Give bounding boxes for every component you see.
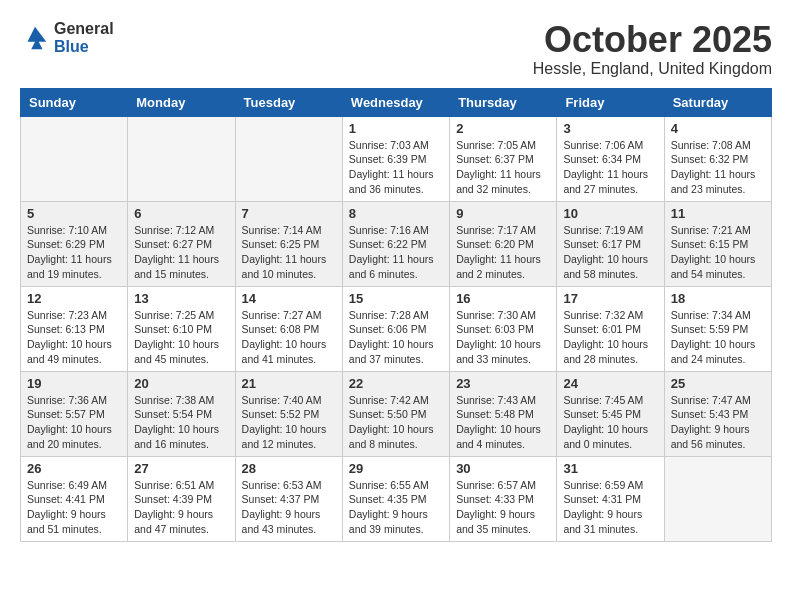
day-number: 30 bbox=[456, 461, 550, 476]
calendar-day: 16Sunrise: 7:30 AM Sunset: 6:03 PM Dayli… bbox=[450, 286, 557, 371]
calendar-day bbox=[235, 116, 342, 201]
calendar-day: 7Sunrise: 7:14 AM Sunset: 6:25 PM Daylig… bbox=[235, 201, 342, 286]
day-info: Sunrise: 7:42 AM Sunset: 5:50 PM Dayligh… bbox=[349, 393, 443, 452]
day-info: Sunrise: 7:17 AM Sunset: 6:20 PM Dayligh… bbox=[456, 223, 550, 282]
calendar-header-saturday: Saturday bbox=[664, 88, 771, 116]
calendar-day: 25Sunrise: 7:47 AM Sunset: 5:43 PM Dayli… bbox=[664, 371, 771, 456]
day-info: Sunrise: 6:57 AM Sunset: 4:33 PM Dayligh… bbox=[456, 478, 550, 537]
day-number: 3 bbox=[563, 121, 657, 136]
calendar-week-4: 19Sunrise: 7:36 AM Sunset: 5:57 PM Dayli… bbox=[21, 371, 772, 456]
day-number: 24 bbox=[563, 376, 657, 391]
day-info: Sunrise: 7:40 AM Sunset: 5:52 PM Dayligh… bbox=[242, 393, 336, 452]
day-info: Sunrise: 7:16 AM Sunset: 6:22 PM Dayligh… bbox=[349, 223, 443, 282]
calendar-body: 1Sunrise: 7:03 AM Sunset: 6:39 PM Daylig… bbox=[21, 116, 772, 541]
day-info: Sunrise: 7:25 AM Sunset: 6:10 PM Dayligh… bbox=[134, 308, 228, 367]
day-info: Sunrise: 7:36 AM Sunset: 5:57 PM Dayligh… bbox=[27, 393, 121, 452]
day-number: 20 bbox=[134, 376, 228, 391]
calendar-day: 27Sunrise: 6:51 AM Sunset: 4:39 PM Dayli… bbox=[128, 456, 235, 541]
day-number: 1 bbox=[349, 121, 443, 136]
calendar-header-friday: Friday bbox=[557, 88, 664, 116]
calendar-day bbox=[664, 456, 771, 541]
title-area: October 2025 Hessle, England, United Kin… bbox=[533, 20, 772, 78]
day-number: 14 bbox=[242, 291, 336, 306]
day-number: 7 bbox=[242, 206, 336, 221]
calendar-day: 21Sunrise: 7:40 AM Sunset: 5:52 PM Dayli… bbox=[235, 371, 342, 456]
calendar-day: 15Sunrise: 7:28 AM Sunset: 6:06 PM Dayli… bbox=[342, 286, 449, 371]
day-info: Sunrise: 7:43 AM Sunset: 5:48 PM Dayligh… bbox=[456, 393, 550, 452]
logo: General Blue bbox=[20, 20, 114, 55]
calendar-day: 23Sunrise: 7:43 AM Sunset: 5:48 PM Dayli… bbox=[450, 371, 557, 456]
day-info: Sunrise: 7:38 AM Sunset: 5:54 PM Dayligh… bbox=[134, 393, 228, 452]
calendar-day: 17Sunrise: 7:32 AM Sunset: 6:01 PM Dayli… bbox=[557, 286, 664, 371]
calendar-header-row: SundayMondayTuesdayWednesdayThursdayFrid… bbox=[21, 88, 772, 116]
day-number: 5 bbox=[27, 206, 121, 221]
day-number: 4 bbox=[671, 121, 765, 136]
calendar-week-3: 12Sunrise: 7:23 AM Sunset: 6:13 PM Dayli… bbox=[21, 286, 772, 371]
calendar-day: 31Sunrise: 6:59 AM Sunset: 4:31 PM Dayli… bbox=[557, 456, 664, 541]
calendar-day: 14Sunrise: 7:27 AM Sunset: 6:08 PM Dayli… bbox=[235, 286, 342, 371]
day-info: Sunrise: 7:21 AM Sunset: 6:15 PM Dayligh… bbox=[671, 223, 765, 282]
day-number: 15 bbox=[349, 291, 443, 306]
header: General Blue October 2025 Hessle, Englan… bbox=[20, 20, 772, 78]
day-info: Sunrise: 7:03 AM Sunset: 6:39 PM Dayligh… bbox=[349, 138, 443, 197]
month-title: October 2025 bbox=[533, 20, 772, 60]
day-info: Sunrise: 6:55 AM Sunset: 4:35 PM Dayligh… bbox=[349, 478, 443, 537]
day-number: 25 bbox=[671, 376, 765, 391]
calendar-day: 18Sunrise: 7:34 AM Sunset: 5:59 PM Dayli… bbox=[664, 286, 771, 371]
calendar-header-monday: Monday bbox=[128, 88, 235, 116]
day-info: Sunrise: 7:45 AM Sunset: 5:45 PM Dayligh… bbox=[563, 393, 657, 452]
day-number: 6 bbox=[134, 206, 228, 221]
day-number: 13 bbox=[134, 291, 228, 306]
day-number: 22 bbox=[349, 376, 443, 391]
calendar-day: 6Sunrise: 7:12 AM Sunset: 6:27 PM Daylig… bbox=[128, 201, 235, 286]
logo-blue-text: Blue bbox=[54, 38, 114, 56]
day-number: 2 bbox=[456, 121, 550, 136]
calendar-day: 9Sunrise: 7:17 AM Sunset: 6:20 PM Daylig… bbox=[450, 201, 557, 286]
logo-general-text: General bbox=[54, 20, 114, 38]
day-number: 29 bbox=[349, 461, 443, 476]
calendar-day: 12Sunrise: 7:23 AM Sunset: 6:13 PM Dayli… bbox=[21, 286, 128, 371]
logo-icon bbox=[20, 23, 50, 53]
calendar-day: 5Sunrise: 7:10 AM Sunset: 6:29 PM Daylig… bbox=[21, 201, 128, 286]
day-number: 19 bbox=[27, 376, 121, 391]
day-number: 12 bbox=[27, 291, 121, 306]
day-info: Sunrise: 7:08 AM Sunset: 6:32 PM Dayligh… bbox=[671, 138, 765, 197]
calendar-day: 29Sunrise: 6:55 AM Sunset: 4:35 PM Dayli… bbox=[342, 456, 449, 541]
calendar-day bbox=[128, 116, 235, 201]
calendar-week-1: 1Sunrise: 7:03 AM Sunset: 6:39 PM Daylig… bbox=[21, 116, 772, 201]
calendar-table: SundayMondayTuesdayWednesdayThursdayFrid… bbox=[20, 88, 772, 542]
calendar-week-2: 5Sunrise: 7:10 AM Sunset: 6:29 PM Daylig… bbox=[21, 201, 772, 286]
calendar-day: 30Sunrise: 6:57 AM Sunset: 4:33 PM Dayli… bbox=[450, 456, 557, 541]
day-info: Sunrise: 7:32 AM Sunset: 6:01 PM Dayligh… bbox=[563, 308, 657, 367]
day-number: 23 bbox=[456, 376, 550, 391]
calendar-day bbox=[21, 116, 128, 201]
calendar-day: 20Sunrise: 7:38 AM Sunset: 5:54 PM Dayli… bbox=[128, 371, 235, 456]
day-info: Sunrise: 7:10 AM Sunset: 6:29 PM Dayligh… bbox=[27, 223, 121, 282]
day-info: Sunrise: 7:05 AM Sunset: 6:37 PM Dayligh… bbox=[456, 138, 550, 197]
day-number: 9 bbox=[456, 206, 550, 221]
calendar-day: 19Sunrise: 7:36 AM Sunset: 5:57 PM Dayli… bbox=[21, 371, 128, 456]
day-info: Sunrise: 7:47 AM Sunset: 5:43 PM Dayligh… bbox=[671, 393, 765, 452]
day-info: Sunrise: 7:19 AM Sunset: 6:17 PM Dayligh… bbox=[563, 223, 657, 282]
calendar-day: 24Sunrise: 7:45 AM Sunset: 5:45 PM Dayli… bbox=[557, 371, 664, 456]
calendar-header-sunday: Sunday bbox=[21, 88, 128, 116]
day-number: 18 bbox=[671, 291, 765, 306]
day-info: Sunrise: 7:12 AM Sunset: 6:27 PM Dayligh… bbox=[134, 223, 228, 282]
calendar-day: 2Sunrise: 7:05 AM Sunset: 6:37 PM Daylig… bbox=[450, 116, 557, 201]
calendar-day: 8Sunrise: 7:16 AM Sunset: 6:22 PM Daylig… bbox=[342, 201, 449, 286]
day-info: Sunrise: 7:28 AM Sunset: 6:06 PM Dayligh… bbox=[349, 308, 443, 367]
calendar-day: 4Sunrise: 7:08 AM Sunset: 6:32 PM Daylig… bbox=[664, 116, 771, 201]
calendar-header-wednesday: Wednesday bbox=[342, 88, 449, 116]
day-info: Sunrise: 7:23 AM Sunset: 6:13 PM Dayligh… bbox=[27, 308, 121, 367]
calendar-day: 3Sunrise: 7:06 AM Sunset: 6:34 PM Daylig… bbox=[557, 116, 664, 201]
day-number: 10 bbox=[563, 206, 657, 221]
calendar-day: 13Sunrise: 7:25 AM Sunset: 6:10 PM Dayli… bbox=[128, 286, 235, 371]
day-info: Sunrise: 7:30 AM Sunset: 6:03 PM Dayligh… bbox=[456, 308, 550, 367]
day-info: Sunrise: 7:27 AM Sunset: 6:08 PM Dayligh… bbox=[242, 308, 336, 367]
day-number: 17 bbox=[563, 291, 657, 306]
calendar-week-5: 26Sunrise: 6:49 AM Sunset: 4:41 PM Dayli… bbox=[21, 456, 772, 541]
day-number: 26 bbox=[27, 461, 121, 476]
calendar-day: 22Sunrise: 7:42 AM Sunset: 5:50 PM Dayli… bbox=[342, 371, 449, 456]
day-info: Sunrise: 7:34 AM Sunset: 5:59 PM Dayligh… bbox=[671, 308, 765, 367]
day-info: Sunrise: 7:14 AM Sunset: 6:25 PM Dayligh… bbox=[242, 223, 336, 282]
